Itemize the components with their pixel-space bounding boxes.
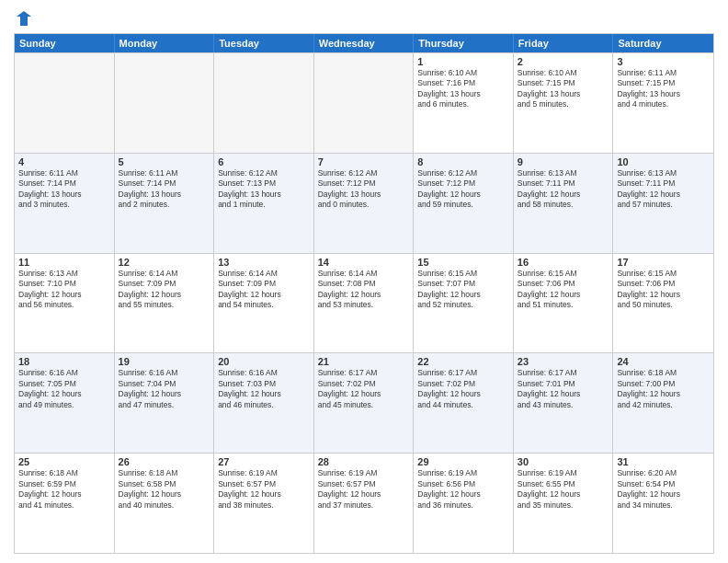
calendar-body: 1Sunrise: 6:10 AM Sunset: 7:16 PM Daylig… xyxy=(15,52,713,553)
calendar-cell-day-18: 18Sunrise: 6:16 AM Sunset: 7:05 PM Dayli… xyxy=(15,353,115,453)
calendar-cell-empty xyxy=(314,53,415,153)
day-info: Sunrise: 6:16 AM Sunset: 7:04 PM Dayligh… xyxy=(119,368,210,410)
calendar-cell-day-24: 24Sunrise: 6:18 AM Sunset: 7:00 PM Dayli… xyxy=(613,353,713,453)
calendar-cell-day-23: 23Sunrise: 6:17 AM Sunset: 7:01 PM Dayli… xyxy=(514,353,614,453)
day-info: Sunrise: 6:19 AM Sunset: 6:55 PM Dayligh… xyxy=(518,468,609,511)
day-info: Sunrise: 6:18 AM Sunset: 6:59 PM Dayligh… xyxy=(18,468,110,511)
calendar-cell-day-22: 22Sunrise: 6:17 AM Sunset: 7:02 PM Dayli… xyxy=(414,353,514,453)
day-number: 11 xyxy=(18,257,110,268)
calendar-cell-day-1: 1Sunrise: 6:10 AM Sunset: 7:16 PM Daylig… xyxy=(414,53,514,153)
calendar-header-thursday: Thursday xyxy=(414,34,514,52)
day-info: Sunrise: 6:13 AM Sunset: 7:11 PM Dayligh… xyxy=(617,168,710,211)
day-number: 13 xyxy=(218,257,310,268)
calendar-cell-day-25: 25Sunrise: 6:18 AM Sunset: 6:59 PM Dayli… xyxy=(15,454,115,553)
day-info: Sunrise: 6:10 AM Sunset: 7:16 PM Dayligh… xyxy=(417,68,509,110)
day-number: 1 xyxy=(417,56,509,67)
day-number: 15 xyxy=(417,257,509,268)
calendar-header-friday: Friday xyxy=(514,34,614,52)
calendar-cell-day-31: 31Sunrise: 6:20 AM Sunset: 6:54 PM Dayli… xyxy=(613,454,713,553)
day-number: 2 xyxy=(518,56,609,67)
day-info: Sunrise: 6:13 AM Sunset: 7:10 PM Dayligh… xyxy=(18,269,110,311)
calendar-header-monday: Monday xyxy=(115,34,215,52)
day-number: 28 xyxy=(318,456,410,467)
calendar-cell-day-15: 15Sunrise: 6:15 AM Sunset: 7:07 PM Dayli… xyxy=(414,254,514,353)
calendar-cell-day-20: 20Sunrise: 6:16 AM Sunset: 7:03 PM Dayli… xyxy=(214,353,314,453)
day-number: 6 xyxy=(218,156,310,167)
calendar-cell-day-11: 11Sunrise: 6:13 AM Sunset: 7:10 PM Dayli… xyxy=(15,254,115,353)
calendar-header-sunday: Sunday xyxy=(15,34,115,52)
calendar-cell-day-21: 21Sunrise: 6:17 AM Sunset: 7:02 PM Dayli… xyxy=(314,353,415,453)
day-info: Sunrise: 6:19 AM Sunset: 6:56 PM Dayligh… xyxy=(417,468,509,511)
calendar-header-tuesday: Tuesday xyxy=(214,34,314,52)
day-number: 22 xyxy=(417,356,509,367)
day-number: 3 xyxy=(617,56,710,67)
day-info: Sunrise: 6:18 AM Sunset: 7:00 PM Dayligh… xyxy=(617,368,710,410)
calendar-cell-day-4: 4Sunrise: 6:11 AM Sunset: 7:14 PM Daylig… xyxy=(15,154,115,253)
day-number: 26 xyxy=(119,456,210,467)
day-number: 29 xyxy=(417,456,509,467)
calendar-cell-day-19: 19Sunrise: 6:16 AM Sunset: 7:04 PM Dayli… xyxy=(115,353,215,453)
day-info: Sunrise: 6:16 AM Sunset: 7:05 PM Dayligh… xyxy=(18,368,110,410)
day-number: 31 xyxy=(617,456,710,467)
day-info: Sunrise: 6:12 AM Sunset: 7:13 PM Dayligh… xyxy=(218,168,310,211)
calendar-cell-day-6: 6Sunrise: 6:12 AM Sunset: 7:13 PM Daylig… xyxy=(214,154,314,253)
day-info: Sunrise: 6:17 AM Sunset: 7:02 PM Dayligh… xyxy=(318,368,410,410)
calendar-cell-day-28: 28Sunrise: 6:19 AM Sunset: 6:57 PM Dayli… xyxy=(314,454,415,553)
day-number: 10 xyxy=(617,156,710,167)
day-number: 16 xyxy=(518,257,609,268)
day-number: 25 xyxy=(18,456,110,467)
day-number: 30 xyxy=(518,456,609,467)
day-info: Sunrise: 6:18 AM Sunset: 6:58 PM Dayligh… xyxy=(119,468,210,511)
day-number: 9 xyxy=(518,156,609,167)
day-number: 12 xyxy=(119,257,210,268)
day-info: Sunrise: 6:14 AM Sunset: 7:08 PM Dayligh… xyxy=(318,269,410,311)
calendar-row-1: 4Sunrise: 6:11 AM Sunset: 7:14 PM Daylig… xyxy=(15,153,713,253)
calendar-cell-day-26: 26Sunrise: 6:18 AM Sunset: 6:58 PM Dayli… xyxy=(115,454,215,553)
day-number: 21 xyxy=(318,356,410,367)
day-info: Sunrise: 6:13 AM Sunset: 7:11 PM Dayligh… xyxy=(518,168,609,211)
calendar-cell-day-29: 29Sunrise: 6:19 AM Sunset: 6:56 PM Dayli… xyxy=(414,454,514,553)
calendar-cell-day-3: 3Sunrise: 6:11 AM Sunset: 7:15 PM Daylig… xyxy=(613,53,713,153)
day-info: Sunrise: 6:20 AM Sunset: 6:54 PM Dayligh… xyxy=(617,468,710,511)
day-info: Sunrise: 6:19 AM Sunset: 6:57 PM Dayligh… xyxy=(318,468,410,511)
day-info: Sunrise: 6:19 AM Sunset: 6:57 PM Dayligh… xyxy=(218,468,310,511)
calendar-cell-day-7: 7Sunrise: 6:12 AM Sunset: 7:12 PM Daylig… xyxy=(314,154,415,253)
calendar-cell-day-2: 2Sunrise: 6:10 AM Sunset: 7:15 PM Daylig… xyxy=(514,53,614,153)
logo-text xyxy=(14,9,34,28)
calendar-cell-day-14: 14Sunrise: 6:14 AM Sunset: 7:08 PM Dayli… xyxy=(314,254,415,353)
calendar-cell-day-10: 10Sunrise: 6:13 AM Sunset: 7:11 PM Dayli… xyxy=(613,154,713,253)
calendar-cell-day-12: 12Sunrise: 6:14 AM Sunset: 7:09 PM Dayli… xyxy=(115,254,215,353)
calendar-cell-day-8: 8Sunrise: 6:12 AM Sunset: 7:12 PM Daylig… xyxy=(414,154,514,253)
day-info: Sunrise: 6:11 AM Sunset: 7:14 PM Dayligh… xyxy=(119,168,210,211)
day-info: Sunrise: 6:14 AM Sunset: 7:09 PM Dayligh… xyxy=(218,269,310,311)
day-info: Sunrise: 6:15 AM Sunset: 7:06 PM Dayligh… xyxy=(617,269,710,311)
page: SundayMondayTuesdayWednesdayThursdayFrid… xyxy=(0,0,728,563)
calendar-row-0: 1Sunrise: 6:10 AM Sunset: 7:16 PM Daylig… xyxy=(15,52,713,153)
day-number: 14 xyxy=(318,257,410,268)
day-number: 7 xyxy=(318,156,410,167)
day-info: Sunrise: 6:11 AM Sunset: 7:15 PM Dayligh… xyxy=(617,68,710,110)
day-number: 24 xyxy=(617,356,710,367)
calendar: SundayMondayTuesdayWednesdayThursdayFrid… xyxy=(14,33,714,554)
svg-marker-0 xyxy=(17,11,31,26)
day-info: Sunrise: 6:17 AM Sunset: 7:02 PM Dayligh… xyxy=(417,368,509,410)
calendar-header-wednesday: Wednesday xyxy=(314,34,415,52)
day-info: Sunrise: 6:15 AM Sunset: 7:07 PM Dayligh… xyxy=(417,269,509,311)
day-info: Sunrise: 6:12 AM Sunset: 7:12 PM Dayligh… xyxy=(417,168,509,211)
calendar-header: SundayMondayTuesdayWednesdayThursdayFrid… xyxy=(15,34,713,52)
calendar-cell-empty xyxy=(115,53,215,153)
calendar-cell-day-27: 27Sunrise: 6:19 AM Sunset: 6:57 PM Dayli… xyxy=(214,454,314,553)
calendar-cell-empty xyxy=(15,53,115,153)
day-number: 27 xyxy=(218,456,310,467)
calendar-cell-day-13: 13Sunrise: 6:14 AM Sunset: 7:09 PM Dayli… xyxy=(214,254,314,353)
calendar-cell-empty xyxy=(214,53,314,153)
calendar-cell-day-17: 17Sunrise: 6:15 AM Sunset: 7:06 PM Dayli… xyxy=(613,254,713,353)
day-info: Sunrise: 6:10 AM Sunset: 7:15 PM Dayligh… xyxy=(518,68,609,110)
calendar-cell-day-9: 9Sunrise: 6:13 AM Sunset: 7:11 PM Daylig… xyxy=(514,154,614,253)
calendar-cell-day-5: 5Sunrise: 6:11 AM Sunset: 7:14 PM Daylig… xyxy=(115,154,215,253)
day-number: 23 xyxy=(518,356,609,367)
calendar-cell-day-16: 16Sunrise: 6:15 AM Sunset: 7:06 PM Dayli… xyxy=(514,254,614,353)
day-info: Sunrise: 6:14 AM Sunset: 7:09 PM Dayligh… xyxy=(119,269,210,311)
day-info: Sunrise: 6:17 AM Sunset: 7:01 PM Dayligh… xyxy=(518,368,609,410)
day-info: Sunrise: 6:11 AM Sunset: 7:14 PM Dayligh… xyxy=(18,168,110,211)
